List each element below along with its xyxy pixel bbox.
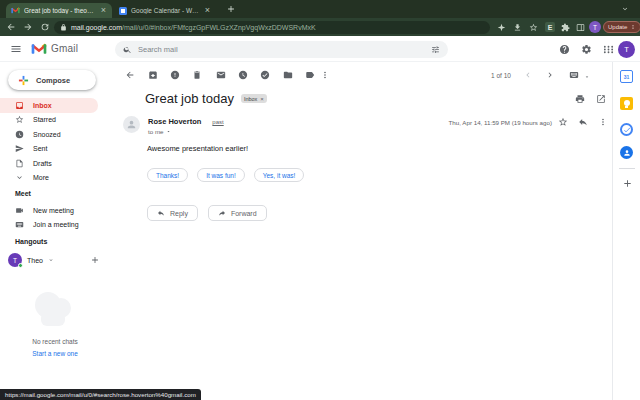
back-icon[interactable] [6, 22, 16, 32]
new-tab-button[interactable] [226, 4, 236, 14]
reload-icon[interactable] [40, 22, 50, 32]
tab-gmail[interactable]: Great job today - theodore.bi × [6, 3, 112, 18]
tab-close-icon[interactable]: × [100, 6, 107, 15]
sender-avatar [123, 116, 140, 133]
empty-chats-text: No recent chats [0, 338, 110, 345]
download-icon[interactable] [513, 23, 522, 32]
empty-chats-illustration [33, 290, 73, 328]
print-icon[interactable] [575, 94, 585, 104]
sidebar-item-inbox[interactable]: Inbox [0, 98, 98, 113]
email-view: 1 of 10 Great job today Inbox × Rose Hov… [110, 62, 612, 400]
message-more-icon[interactable] [598, 117, 608, 127]
tab-calendar[interactable]: Google Calendar - Week of A × [114, 3, 216, 18]
pagination-counter: 1 of 10 [491, 72, 511, 79]
start-new-chat-link[interactable]: Start a new one [0, 350, 110, 357]
contacts-app-icon[interactable] [620, 146, 633, 159]
report-spam-icon[interactable] [170, 70, 180, 80]
address-bar[interactable]: mail.google.com/mail/u/0/#inbox/FMfcgzGp… [54, 21, 490, 34]
account-avatar[interactable]: T [618, 41, 635, 58]
search-tune-icon[interactable] [431, 45, 440, 54]
reply-arrow-icon [157, 209, 165, 217]
draft-file-icon [15, 159, 24, 168]
hangouts-user-row[interactable]: T Theo [0, 252, 110, 268]
search-input[interactable] [138, 45, 425, 54]
side-panel-divider [619, 168, 635, 169]
forward-button[interactable]: Forward [208, 205, 267, 221]
keep-app-icon[interactable] [620, 97, 633, 110]
browser-toolbar: mail.google.com/mail/u/0/#inbox/FMfcgzGp… [0, 18, 640, 36]
main-menu-icon[interactable] [10, 43, 22, 55]
label-chip-text: Inbox [244, 96, 257, 102]
new-conversation-icon[interactable] [90, 255, 100, 265]
tab-close-icon[interactable]: × [204, 6, 211, 15]
new-meeting-item[interactable]: New meeting [0, 203, 110, 218]
sender-detail-link[interactable]: past [212, 119, 223, 125]
extensions-puzzle-icon[interactable] [561, 23, 570, 32]
newer-chevron-icon[interactable] [523, 70, 533, 80]
compose-button[interactable]: Compose [8, 70, 96, 90]
forward-icon[interactable] [23, 22, 33, 32]
hangouts-section-title: Hangouts [15, 238, 47, 245]
chevron-down-icon [48, 257, 54, 263]
hangouts-avatar: T [8, 253, 22, 267]
older-chevron-icon[interactable] [545, 70, 555, 80]
snooze-icon[interactable] [238, 70, 248, 80]
mark-unread-icon[interactable] [216, 70, 226, 80]
sidebar-item-drafts[interactable]: Drafts [0, 156, 98, 171]
gmail-sidebar: Compose Inbox Starred Snoozed Sent Draft… [0, 62, 110, 400]
join-meeting-item[interactable]: Join a meeting [0, 218, 110, 233]
sidebar-item-more[interactable]: More [0, 171, 98, 186]
sidebar-item-sent[interactable]: Sent [0, 142, 98, 157]
calendar-favicon [119, 7, 127, 15]
browser-profile-avatar[interactable]: T [589, 21, 601, 33]
open-in-new-icon[interactable] [596, 94, 606, 104]
smart-reply-chip[interactable]: It was fun! [197, 168, 245, 182]
extension-e-icon[interactable]: E [545, 22, 555, 32]
side-panel-icon[interactable] [576, 23, 585, 32]
back-to-inbox-icon[interactable] [125, 70, 135, 80]
add-to-tasks-icon[interactable] [260, 70, 270, 80]
labels-icon[interactable] [305, 70, 315, 80]
input-tools-caret-icon[interactable] [584, 72, 590, 82]
forward-label: Forward [231, 210, 257, 217]
url-path: /mail/u/0/#inbox/FMfcgzGpFWLGzXZnpVgqWxz… [122, 24, 316, 31]
sender-name: Rose Hoverton [148, 117, 201, 126]
sidebar-item-starred[interactable]: Starred [0, 113, 98, 128]
apps-grid-icon[interactable] [603, 44, 614, 55]
input-tools-keyboard-icon[interactable] [568, 70, 580, 80]
search-bar[interactable] [115, 41, 448, 58]
compose-label: Compose [36, 76, 70, 85]
label-remove-icon[interactable]: × [260, 96, 264, 102]
update-button[interactable]: Update [603, 21, 640, 33]
recipient-details-toggle[interactable]: to me [148, 128, 171, 135]
settings-gear-icon[interactable] [581, 44, 592, 55]
sparkle-icon[interactable] [497, 23, 506, 32]
help-icon[interactable] [559, 44, 570, 55]
reply-button[interactable]: Reply [147, 205, 198, 221]
keyboard-icon [15, 220, 24, 229]
tab-search-chevron-icon[interactable] [621, 5, 629, 13]
more-options-icon[interactable] [320, 70, 330, 80]
delete-icon[interactable] [192, 70, 202, 80]
tab-strip: Great job today - theodore.bi × Google C… [0, 0, 640, 18]
menu-kebab-icon [630, 24, 636, 30]
email-timestamp: Thu, Apr 14, 11:59 PM (19 hours ago) [440, 119, 552, 126]
sidebar-item-snoozed[interactable]: Snoozed [0, 127, 98, 142]
bookmark-star-icon[interactable] [529, 23, 538, 32]
smart-reply-chip[interactable]: Thanks! [147, 168, 188, 182]
url-host: mail.google.com [71, 24, 122, 31]
send-icon [15, 144, 24, 153]
move-to-folder-icon[interactable] [283, 70, 293, 80]
tasks-app-icon[interactable] [620, 123, 633, 136]
side-panel: 31 [612, 62, 640, 400]
reply-arrow-icon[interactable] [578, 117, 588, 127]
gmail-favicon [11, 7, 20, 14]
label-chip-inbox[interactable]: Inbox × [241, 94, 267, 103]
calendar-app-icon[interactable]: 31 [620, 70, 633, 83]
get-addons-icon[interactable] [622, 178, 633, 189]
smart-reply-chip[interactable]: Yes, it was! [254, 168, 305, 182]
star-message-icon[interactable] [558, 117, 568, 127]
sidebar-item-label: Starred [33, 116, 56, 123]
sidebar-item-label: Sent [33, 145, 47, 152]
archive-icon[interactable] [148, 70, 158, 80]
